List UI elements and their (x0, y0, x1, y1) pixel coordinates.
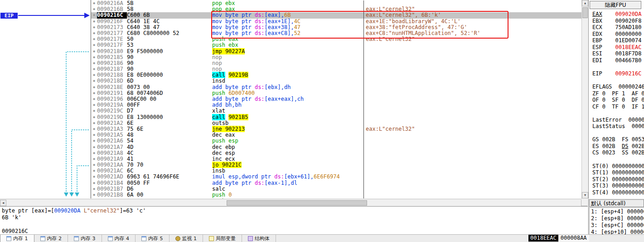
breakpoint-dot[interactable]: ● (91, 49, 97, 54)
register-row[interactable]: ST(1) 00000000000000000000 (592, 169, 644, 176)
disasm-row[interactable]: ●009021B86A 00push 0 (91, 192, 581, 198)
register-row[interactable]: EBX 009020F8 (592, 18, 644, 25)
breakpoint-dot[interactable]: ● (91, 54, 97, 60)
disasm-row[interactable]: ●0090219DE8 13000000call 9021B5 (91, 114, 581, 120)
breakpoint-dot[interactable]: ● (91, 108, 97, 114)
breakpoint-dot[interactable]: ● (91, 138, 97, 144)
breakpoint-dot[interactable]: ● (91, 84, 97, 90)
hide-fpu-button[interactable]: 隐藏FPU (590, 1, 641, 9)
register-row[interactable]: EBP 01ED0074 (592, 37, 644, 44)
breakpoint-dot[interactable]: ● (91, 192, 97, 198)
disasm-row[interactable]: ●009021A654push esp (91, 138, 581, 144)
breakpoint-dot[interactable]: ● (91, 132, 97, 138)
register-row[interactable]: EAX 009020DA (592, 11, 644, 18)
disasm-row[interactable]: ●0090218790nop (91, 66, 581, 72)
breakpoint-dot[interactable]: ● (91, 114, 97, 120)
scroll-down-arrow-icon[interactable]: ▼ (582, 192, 588, 198)
register-row[interactable]: ESP 0018EEAC (592, 44, 644, 51)
bottom-tab[interactable]: 监视 1 (169, 235, 203, 242)
register-row[interactable] (592, 130, 644, 137)
disasm-row[interactable]: ●0090217F53push ebx (91, 42, 581, 48)
breakpoint-dot[interactable]: ● (91, 25, 97, 30)
disasm-row[interactable]: ●0090219A00FFadd bh,bh (91, 102, 581, 108)
register-row[interactable] (592, 110, 644, 117)
breakpoint-dot[interactable]: ● (91, 180, 97, 186)
scroll-left-arrow-icon[interactable]: ◀ (0, 200, 6, 206)
breakpoint-dot[interactable]: ● (91, 126, 97, 132)
breakpoint-dot[interactable]: ● (91, 186, 97, 192)
breakpoint-dot[interactable]: ● (91, 36, 97, 42)
disasm-row[interactable]: ●009021A375 6Ejne 902213eax:L"cernel32" (91, 126, 581, 132)
breakpoint-dot[interactable]: ● (91, 0, 97, 6)
register-row[interactable]: EDI 004667B0 (592, 57, 644, 64)
callconv-arg-row[interactable]: 1: [esp+4] 00000000 (591, 208, 643, 215)
register-row[interactable]: ST(4) 00000000000000000000 (592, 189, 644, 196)
breakpoint-dot[interactable]: ● (91, 78, 97, 84)
breakpoint-dot[interactable]: ● (91, 174, 97, 180)
register-row[interactable]: ES 002B DS 002B (592, 143, 644, 150)
breakpoint-dot[interactable]: ● (91, 102, 97, 108)
disasm-row[interactable]: ●0090216A5Bpop ebx (91, 0, 581, 6)
register-row[interactable]: ECX 750AD180 (592, 24, 644, 31)
breakpoint-dot[interactable]: ● (91, 66, 97, 72)
register-row[interactable]: OF 0 SF 0 DF 0 (592, 97, 644, 104)
breakpoint-dot[interactable]: ● (91, 6, 97, 12)
bottom-tab[interactable]: 内存 5 (136, 235, 169, 242)
breakpoint-dot[interactable]: ● (91, 162, 97, 168)
breakpoint-dot[interactable]: ● (91, 156, 97, 162)
breakpoint-dot[interactable]: ● (91, 96, 97, 102)
register-pane[interactable]: 隐藏FPU EAX 009020DAEBX 009020F8ECX 750AD1… (588, 0, 644, 198)
breakpoint-dot[interactable]: ● (91, 30, 97, 36)
register-row[interactable]: LastStatus 00000000 (592, 123, 644, 130)
disasm-row[interactable]: ●0090218590nop (91, 54, 581, 60)
disasm-row[interactable]: ●0090217E50push eaxeax:L"cernel32" (91, 36, 581, 42)
disasm-row[interactable]: ●009021B40050 FFadd byte ptr ds:[eax-1],… (91, 180, 581, 186)
disasm-row[interactable]: ●009021A84Cdec esp (91, 150, 581, 156)
bottom-tab[interactable]: 内存 4 (102, 235, 136, 242)
register-row[interactable]: GS 002B FS 0053 (592, 136, 644, 143)
bottom-tab[interactable]: 内存 1 (0, 235, 34, 242)
register-row[interactable]: EIP 0090216C (592, 70, 644, 77)
bottom-tab[interactable]: 结构体 (242, 235, 276, 242)
breakpoint-dot[interactable]: ● (91, 19, 97, 25)
disasm-row[interactable]: ●00902180E9 F5000000jmp 90227A (91, 49, 581, 54)
infobox-pane[interactable]: byte ptr [eax]=[009020DA L"cernel32"]=63… (0, 206, 588, 235)
register-row[interactable]: ESI 0018F7D8 (592, 50, 644, 57)
scroll-up-arrow-icon[interactable]: ▲ (582, 0, 588, 6)
vertical-scroll-thumb[interactable] (582, 7, 588, 18)
disasm-row[interactable]: ●0090216FC640 1E 4Cmov byte ptr ds:[eax+… (91, 19, 581, 25)
disasm-row[interactable]: ●0090216CC600 6Bmov byte ptr ds:[eax],6B… (91, 12, 581, 18)
disasm-row[interactable]: ●00902188E8 0E000000call 90219B (91, 72, 581, 78)
disasm-row[interactable]: ●00902173C640 38 47mov byte ptr ds:[eax+… (91, 25, 581, 30)
disasm-row[interactable]: ●009021B7D6salc (91, 186, 581, 192)
register-row[interactable]: ST(3) 00000000000000000000 (592, 183, 644, 189)
register-row[interactable]: EDX 00000000 (592, 31, 644, 38)
breakpoint-dot[interactable]: ● (91, 72, 97, 78)
register-row[interactable] (592, 77, 644, 84)
horizontal-scroll-thumb[interactable] (227, 200, 367, 206)
disasm-row[interactable]: ●0090219168 0074006Dpush 6D007400 (91, 90, 581, 96)
bottom-tab[interactable]: 局部变量 (203, 235, 242, 242)
breakpoint-dot[interactable]: ● (91, 42, 97, 48)
callconv-arg-row[interactable]: 2: [esp+8] 00000000 (591, 215, 643, 222)
disasm-row[interactable]: ●0090218E0073 00add byte ptr ds:[ebx],dh (91, 84, 581, 90)
breakpoint-dot[interactable]: ● (91, 198, 97, 198)
disasm-row[interactable]: ●0090218D6Dinsd (91, 78, 581, 84)
disasm-row[interactable]: ●009021A26Eoutsb (91, 120, 581, 126)
register-row[interactable]: CF 0 TF 0 IF 1 (592, 104, 644, 110)
breakpoint-dot[interactable]: ● (91, 168, 97, 174)
register-row[interactable] (592, 64, 644, 70)
bottom-tab[interactable]: 内存 3 (68, 235, 102, 242)
disassembly-pane[interactable]: EIP ●0090216A5Bpop ebx●0090216B58pop eax… (0, 0, 581, 198)
register-row[interactable]: CS 0023 SS 002B (592, 149, 644, 156)
disasm-row[interactable]: ●009021AA70 70jo 90221C (91, 162, 581, 168)
register-row[interactable]: ST(2) 00000000000000000000 (592, 176, 644, 183)
register-row[interactable]: ZF 0 PF 1 AF 0 (592, 90, 644, 97)
breakpoint-dot[interactable]: ● (91, 144, 97, 150)
disasm-row[interactable]: ●009021A941inc ecx (91, 156, 581, 162)
disasm-row[interactable]: ●00902196006C00 00add byte ptr ds:[eax+e… (91, 96, 581, 102)
calling-convention-select[interactable]: 默认 (stdcall) (589, 199, 644, 207)
disasm-row[interactable]: ●0090218690nop (91, 60, 581, 66)
breakpoint-dot[interactable]: ● (91, 90, 97, 96)
disasm-row[interactable]: ●009021BA6A 00push 0 (91, 198, 581, 198)
